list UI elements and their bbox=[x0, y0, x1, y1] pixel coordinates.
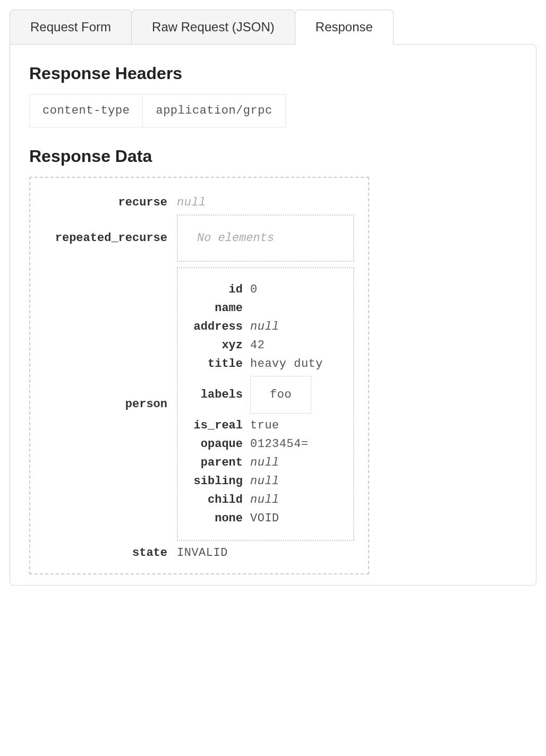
field-label: id bbox=[186, 283, 250, 296]
field-repeated-recurse: repeated_recurse No elements bbox=[44, 214, 354, 262]
field-value: null bbox=[250, 493, 279, 506]
field-label: child bbox=[186, 493, 250, 506]
field-label: name bbox=[186, 302, 250, 315]
field-person-is-real: is_real true bbox=[186, 419, 345, 432]
field-value: true bbox=[250, 419, 279, 432]
field-value: null bbox=[250, 475, 279, 488]
field-person-sibling: sibling null bbox=[186, 475, 345, 488]
field-value: null bbox=[177, 196, 206, 209]
field-label: none bbox=[186, 512, 250, 525]
field-state: state INVALID bbox=[44, 546, 354, 560]
field-person-xyz: xyz 42 bbox=[186, 339, 345, 352]
field-person-labels: labels foo bbox=[186, 376, 345, 414]
field-label: recurse bbox=[44, 196, 177, 209]
response-panel: Response Headers content-type applicatio… bbox=[10, 44, 536, 586]
field-label: repeated_recurse bbox=[44, 231, 177, 245]
field-value: 0123454= bbox=[250, 437, 309, 451]
field-value: VOID bbox=[250, 512, 279, 525]
header-key: content-type bbox=[30, 94, 142, 127]
field-label: opaque bbox=[186, 437, 250, 451]
field-label: xyz bbox=[186, 339, 250, 352]
person-nested-box: id 0 name address null xyz 42 title bbox=[177, 267, 354, 541]
field-label: is_real bbox=[186, 419, 250, 432]
empty-list-placeholder: No elements bbox=[177, 214, 354, 262]
field-label: labels bbox=[186, 388, 250, 401]
field-value: null bbox=[250, 456, 279, 469]
field-value: null bbox=[250, 320, 279, 333]
field-person-address: address null bbox=[186, 320, 345, 333]
field-label: person bbox=[44, 398, 177, 411]
field-label: state bbox=[44, 546, 177, 560]
tab-response[interactable]: Response bbox=[295, 10, 394, 45]
tab-bar: Request Form Raw Request (JSON) Response bbox=[10, 10, 536, 45]
field-person: person id 0 name address null xyz 42 bbox=[44, 267, 354, 541]
response-data-box: recurse null repeated_recurse No element… bbox=[29, 177, 369, 574]
field-person-none: none VOID bbox=[186, 512, 345, 525]
field-value: heavy duty bbox=[250, 357, 323, 371]
field-person-id: id 0 bbox=[186, 283, 345, 296]
response-data-title: Response Data bbox=[29, 147, 517, 166]
response-headers-table: content-type application/grpc bbox=[29, 94, 286, 127]
field-label: sibling bbox=[186, 475, 250, 488]
field-person-name: name bbox=[186, 302, 345, 315]
field-recurse: recurse null bbox=[44, 196, 354, 209]
label-chip: foo bbox=[250, 376, 311, 414]
response-headers-title: Response Headers bbox=[29, 64, 517, 83]
tab-request-form[interactable]: Request Form bbox=[10, 10, 132, 45]
field-person-child: child null bbox=[186, 493, 345, 506]
field-value: INVALID bbox=[177, 546, 228, 560]
field-label: title bbox=[186, 357, 250, 371]
field-label: parent bbox=[186, 456, 250, 469]
field-label: address bbox=[186, 320, 250, 333]
field-value: 42 bbox=[250, 339, 265, 352]
header-value: application/grpc bbox=[142, 94, 285, 127]
field-value: foo bbox=[250, 376, 311, 414]
field-value: 0 bbox=[250, 283, 258, 296]
tab-raw-request[interactable]: Raw Request (JSON) bbox=[131, 10, 295, 45]
field-person-title: title heavy duty bbox=[186, 357, 345, 371]
field-person-parent: parent null bbox=[186, 456, 345, 469]
field-person-opaque: opaque 0123454= bbox=[186, 437, 345, 451]
